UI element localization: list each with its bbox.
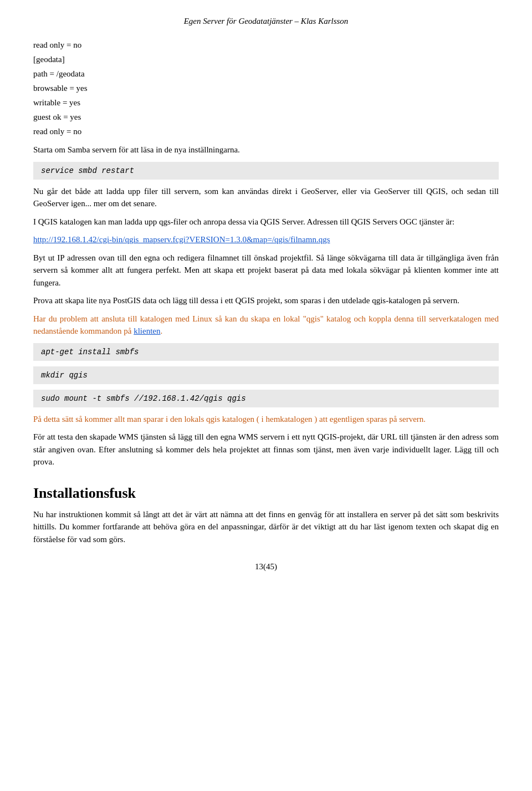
paragraph-8: Nu har instruktionen kommit så långt att… — [33, 508, 499, 546]
config-line-6: guest ok = yes — [33, 110, 499, 124]
code-restart: service smbd restart — [33, 162, 499, 180]
config-line-3: path = /geodata — [33, 67, 499, 80]
page: Egen Server för Geodatatjänster – Klas K… — [0, 0, 532, 791]
paragraph-2: I QGIS katalogen kan man ladda upp qgs-f… — [33, 216, 499, 228]
config-block-1: read only = no [geodata] path = /geodata… — [33, 38, 499, 138]
config-line-7: read only = no — [33, 125, 499, 138]
section-title: Installationsfusk — [33, 485, 499, 502]
header-title: Egen Server för Geodatatjänster – Klas K… — [184, 17, 349, 25]
paragraph-3: Byt ut IP adressen ovan till den egna oc… — [33, 252, 499, 289]
code-mount: sudo mount -t smbfs //192.168.1.42/qgis … — [33, 390, 499, 407]
paragraph-5-orange: Har du problem att ansluta till kataloge… — [33, 313, 499, 338]
client-link[interactable]: klienten — [134, 326, 160, 335]
code-apt: apt-get install smbfs — [33, 343, 499, 361]
config-line-1: read only = no — [33, 38, 499, 52]
paragraph-6-orange: På detta sätt så kommer allt man sparar … — [33, 413, 499, 426]
config-line-4: browsable = yes — [33, 81, 499, 95]
page-header: Egen Server för Geodatatjänster – Klas K… — [33, 17, 499, 26]
after-config-text: Starta om Samba servern för att läsa in … — [33, 144, 499, 156]
paragraph-4: Prova att skapa lite nya PostGIS data oc… — [33, 294, 499, 307]
qgis-link-paragraph: http://192.168.1.42/cgi-bin/qgis_mapserv… — [33, 233, 499, 246]
config-line-5: writable = yes — [33, 96, 499, 109]
paragraph-1: Nu går det både att ladda upp filer till… — [33, 185, 499, 210]
paragraph-7: För att testa den skapade WMS tjänsten s… — [33, 431, 499, 468]
config-line-2: [geodata] — [33, 53, 499, 66]
code-mkdir: mkdir qgis — [33, 366, 499, 384]
page-number: 13(45) — [255, 562, 277, 571]
page-footer: 13(45) — [33, 562, 499, 571]
qgis-url-link[interactable]: http://192.168.1.42/cgi-bin/qgis_mapserv… — [33, 235, 330, 244]
